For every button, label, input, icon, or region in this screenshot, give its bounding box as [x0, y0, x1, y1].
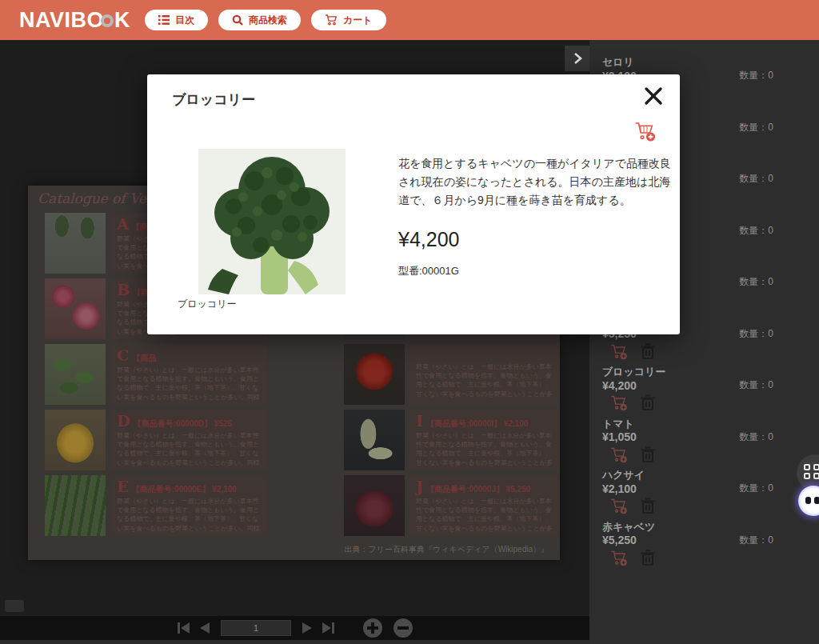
cart-item: トマト¥1,050数量：0	[602, 418, 773, 470]
search-icon	[232, 14, 243, 26]
catalog-item-code: 【商品番号:00000I】 ¥2,100	[426, 419, 528, 428]
catalog-item-code: 【商品番号:00000E】 ¥2,100	[131, 485, 236, 494]
search-button-label: 商品検索	[249, 14, 287, 27]
cart-item-delete-button[interactable]	[640, 498, 656, 514]
navibook-app: NAVIBOK 目次 商品検索 カート Catalogue of Vegetab…	[0, 0, 819, 644]
catalog-row: J【商品番号:00000J】 ¥5,250野菜（やさい）とは、一般には水分が多い…	[294, 475, 559, 536]
trash-icon	[640, 498, 656, 514]
catalog-row: E【商品番号:00000E】 ¥2,100野菜（やさい）とは、一般には水分が多い…	[28, 475, 294, 536]
cart-item-name: 赤キャベツ	[602, 521, 773, 534]
chevron-right-icon	[573, 52, 582, 65]
add-to-cart-icon	[610, 550, 628, 566]
cart-item-name: ブロッコリー	[602, 366, 773, 378]
product-description: 花を食用とするキャベツの一種がイタリアで品種改良され現在の姿になったとされる。日…	[398, 154, 678, 210]
add-to-cart-icon	[610, 343, 628, 360]
catalog-image-yellow-pepper	[45, 410, 106, 470]
cart-item-quantity: 数量：0	[739, 430, 773, 444]
cart-icon	[325, 14, 338, 26]
product-image-broccoli	[198, 149, 346, 294]
trash-icon	[640, 394, 656, 411]
cart-item: 赤キャベツ¥5,250数量：0	[602, 521, 773, 573]
cart-item-quantity: 数量：0	[739, 534, 773, 547]
catalog-row: C【商品野菜（やさい）とは、一般には水分が多い草本性で食用となる植物を指す。青物…	[28, 344, 294, 405]
cart-item-add-button[interactable]	[610, 550, 628, 566]
catalog-image-radish	[45, 278, 106, 339]
cart-item-add-button[interactable]	[610, 498, 628, 514]
last-page-button[interactable]	[320, 621, 336, 635]
catalog-image-snap-peas	[45, 344, 106, 405]
product-price: ¥4,200	[398, 228, 459, 251]
cart-item-quantity: 数量：0	[739, 69, 773, 82]
cart-item-delete-button[interactable]	[640, 446, 656, 463]
catalog-item-panel: E【商品番号:00000E】 ¥2,100野菜（やさい）とは、一般には水分が多い…	[110, 475, 267, 536]
cart-item: ブロッコリー¥4,200数量：0	[602, 366, 773, 418]
catalog-item-description: 野菜（やさい）とは、一般には水分が多い草本性で食用となる植物を指す。青物ともいう…	[416, 362, 553, 399]
robot-face-icon	[805, 497, 811, 504]
sidebar-collapse-button[interactable]	[565, 46, 589, 71]
add-to-cart-icon	[610, 498, 628, 514]
pager-toolbar	[0, 616, 589, 640]
cart-item: ハクサイ¥2,100数量：0	[602, 469, 773, 521]
add-to-cart-icon	[610, 394, 628, 411]
catalog-item-description: 野菜（やさい）とは、一般には水分が多い草本性で食用となる植物を指す。青物ともいう…	[416, 497, 553, 534]
plus-circle-icon	[362, 618, 383, 638]
catalog-item-code: 【商品番号:00000D】 ¥525	[133, 419, 231, 428]
modal-add-to-cart-button[interactable]	[634, 121, 656, 142]
product-detail-modal: ブロッコリー	[147, 74, 680, 334]
app-header: NAVIBOK 目次 商品検索 カート	[0, 0, 819, 40]
catalog-image-red-cabbage	[344, 475, 405, 536]
catalog-item-letter: B	[117, 281, 130, 298]
catalog-row: D【商品番号:00000D】 ¥525野菜（やさい）とは、一般には水分が多い草本…	[28, 410, 294, 470]
next-page-button[interactable]	[300, 621, 314, 635]
product-model-number: 型番:00001G	[398, 264, 459, 278]
cart-item-add-button[interactable]	[610, 343, 628, 360]
cart-button[interactable]: カート	[311, 10, 386, 30]
first-page-button[interactable]	[176, 621, 192, 635]
modal-title: ブロッコリー	[172, 90, 255, 109]
cart-item-add-button[interactable]	[610, 446, 628, 463]
cart-item-quantity: 数量：0	[739, 482, 773, 495]
catalog-item-description: 野菜（やさい）とは、一般には水分が多い草本性で食用となる植物を指す。青物ともいう…	[416, 431, 553, 468]
catalog-item-code: 【商品番号:00000J】 ¥5,250	[426, 485, 530, 494]
cart-item-delete-button[interactable]	[640, 343, 656, 360]
toc-button[interactable]: 目次	[145, 10, 208, 30]
modal-close-button[interactable]	[641, 84, 665, 108]
header-nav: 目次 商品検索 カート	[145, 10, 386, 30]
page-number-input[interactable]	[221, 620, 291, 636]
zoom-in-button[interactable]	[362, 618, 383, 638]
product-search-button[interactable]: 商品検索	[218, 10, 301, 30]
prev-page-button[interactable]	[198, 621, 212, 635]
catalog-item-panel: C【商品野菜（やさい）とは、一般には水分が多い草本性で食用となる植物を指す。青物…	[110, 344, 267, 405]
catalog-item-panel: D【商品番号:00000D】 ¥525野菜（やさい）とは、一般には水分が多い草本…	[110, 410, 267, 470]
catalog-item-panel: J【商品番号:00000J】 ¥5,250野菜（やさい）とは、一般には水分が多い…	[410, 475, 559, 536]
cart-item-quantity: 数量：0	[739, 275, 773, 289]
minus-circle-icon	[393, 618, 413, 638]
catalog-image-tomato	[344, 344, 405, 405]
next-icon	[300, 621, 314, 635]
list-icon	[158, 15, 170, 25]
cart-item-price: ¥2,100	[602, 482, 637, 495]
catalog-item-letter: J	[416, 478, 423, 495]
close-icon	[644, 86, 663, 106]
skip-last-icon	[320, 621, 336, 635]
catalog-item-letter: I	[416, 412, 423, 430]
bottom-strip	[0, 640, 589, 644]
catalog-item-letter: D	[117, 412, 130, 430]
catalog-item-panel: I【商品番号:00000I】 ¥2,100野菜（やさい）とは、一般には水分が多い…	[410, 410, 559, 470]
cart-item-name: セロリ	[602, 56, 773, 69]
cart-item-quantity: 数量：0	[739, 172, 773, 186]
fullscreen-mini-button[interactable]	[5, 600, 24, 612]
zoom-out-button[interactable]	[393, 618, 413, 638]
catalog-item-panel: 野菜（やさい）とは、一般には水分が多い草本性で食用となる植物を指す。青物ともいう…	[410, 344, 559, 405]
cart-button-label: カート	[343, 14, 373, 27]
catalog-item-letter: E	[117, 478, 128, 495]
cart-item-delete-button[interactable]	[640, 550, 656, 566]
add-to-cart-icon	[634, 121, 656, 142]
cart-item-delete-button[interactable]	[640, 394, 656, 411]
cart-item-price: ¥4,200	[602, 379, 637, 392]
catalog-item-description: 野菜（やさい）とは、一般には水分が多い草本性で食用となる植物を指す。青物ともいう…	[117, 497, 261, 534]
catalog-image-sprouts	[45, 213, 106, 274]
cart-item-quantity: 数量：0	[739, 121, 773, 134]
cart-item-add-button[interactable]	[610, 394, 628, 411]
catalog-item-code: 【商品	[132, 354, 156, 362]
